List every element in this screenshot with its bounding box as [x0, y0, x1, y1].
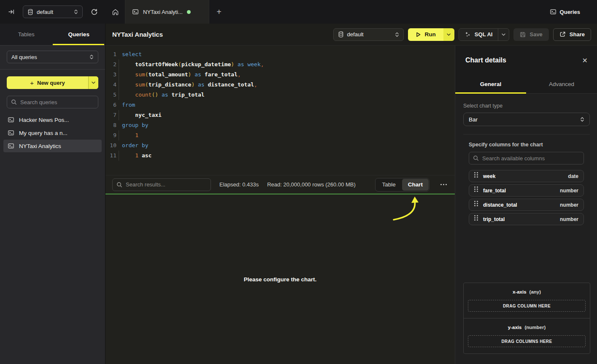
chart-details-header: Chart details ✕	[455, 46, 597, 75]
database-icon	[338, 31, 344, 38]
sidebar-tab[interactable]: Queries	[53, 24, 105, 45]
chart-details-title: Chart details	[465, 57, 506, 64]
refresh-icon[interactable]	[89, 6, 100, 17]
code-line: 10 order by	[105, 140, 455, 151]
chart-details-tab-label: General	[480, 81, 501, 87]
column-type: date	[568, 173, 578, 179]
code-line: 9 1	[105, 130, 455, 140]
save-label: Save	[529, 31, 542, 38]
divider	[0, 69, 105, 70]
chevron-updown-icon	[74, 9, 78, 14]
tab-strip: NYTaxi Analyti... +	[105, 0, 550, 24]
line-number: 4	[105, 80, 116, 90]
run-database-selector[interactable]: default	[333, 28, 404, 41]
run-button[interactable]: Run	[408, 28, 443, 41]
line-number: 1	[105, 49, 116, 59]
columns-section-label: Specify columns for the chart	[469, 142, 584, 148]
axis-name: y-axis	[508, 325, 522, 330]
home-icon[interactable]	[105, 0, 125, 24]
chevron-updown-icon	[395, 32, 399, 37]
sidebar: Tables Queries All queries + New query	[0, 24, 105, 364]
code-text: select	[116, 49, 142, 59]
code-text: sum(trip_distance) as distance_total,	[116, 80, 257, 90]
more-options-icon[interactable]	[439, 184, 448, 185]
chart-type-select[interactable]: Bar	[463, 113, 590, 126]
share-icon	[559, 31, 566, 38]
query-list-item[interactable]: My query has a n...	[3, 127, 102, 139]
unsaved-changes-dot	[187, 10, 191, 14]
sidebar-collapse-icon[interactable]	[6, 6, 17, 17]
query-search[interactable]	[7, 96, 98, 108]
view-toggle-option[interactable]: Table	[376, 179, 402, 191]
code-line: 3 sum(total_amount) as fare_total,	[105, 70, 455, 80]
query-list-item[interactable]: Hacker News Pos...	[3, 113, 102, 126]
query-filter-dropdown[interactable]: All queries	[7, 51, 98, 63]
column-item[interactable]: distance_total number	[469, 199, 584, 211]
plus-icon: +	[30, 79, 34, 86]
columns-search-input[interactable]	[482, 155, 580, 162]
chart-details-tab[interactable]: General	[455, 75, 526, 93]
code-line: 5 count() as trip_total	[105, 90, 455, 100]
query-header: NYTaxi Analytics default Run	[105, 24, 597, 46]
chart-area: Please configure the chart.	[105, 194, 455, 364]
query-search-input[interactable]	[20, 99, 94, 105]
run-dropdown[interactable]	[443, 28, 454, 41]
results-search[interactable]	[112, 178, 211, 191]
close-icon[interactable]: ✕	[582, 57, 588, 65]
query-list-item[interactable]: NYTaxi Analytics	[3, 140, 102, 152]
results-search-input[interactable]	[126, 181, 207, 188]
divider	[463, 134, 590, 135]
database-selector-value: default	[37, 9, 53, 15]
main-area: NYTaxi Analytics default Run	[105, 24, 455, 364]
line-number: 5	[105, 90, 116, 100]
line-number: 2	[105, 59, 116, 70]
query-terminal-icon	[132, 8, 139, 15]
share-button[interactable]: Share	[553, 28, 591, 41]
sql-ai-button[interactable]: SQL AI	[459, 29, 498, 40]
run-button-group: Run	[408, 28, 454, 41]
code-text: from	[116, 100, 135, 110]
chart-details-tab[interactable]: Advanced	[526, 75, 597, 93]
column-item[interactable]: fare_total number	[469, 184, 584, 197]
axis-label: x-axis(any)	[468, 289, 586, 295]
line-number: 10	[105, 140, 116, 151]
sidebar-tab[interactable]: Tables	[0, 24, 53, 45]
hint-arrow-to-chart	[382, 195, 432, 227]
sql-ai-dropdown[interactable]	[498, 29, 509, 40]
new-query-button[interactable]: + New query	[7, 76, 98, 89]
tab-nytaxi-analytics[interactable]: NYTaxi Analyti...	[125, 0, 209, 24]
sidebar-body: All queries + New query	[0, 46, 105, 158]
query-list: Hacker News Pos... My query has a n...	[3, 113, 102, 152]
play-icon	[416, 32, 421, 38]
chart-details-panel: Chart details ✕ General Advanced Select …	[455, 46, 597, 364]
database-selector[interactable]: default	[23, 5, 83, 18]
axes-dropzones: x-axis(any) DRAG COLUMN HERE y-axis(numb…	[463, 283, 590, 354]
table-chart-toggle: Table Chart	[375, 178, 430, 191]
code-line: 4 sum(trip_distance) as distance_total,	[105, 80, 455, 90]
save-button[interactable]: Save	[513, 28, 548, 41]
column-item[interactable]: week date	[469, 170, 584, 182]
sql-editor[interactable]: 1 select 2 toStartOfWeek(pickup_datetime…	[105, 46, 455, 175]
new-tab-button[interactable]: +	[209, 0, 229, 24]
line-number: 3	[105, 70, 116, 80]
available-columns-list: week date fare_total number distance_tot	[469, 170, 584, 225]
code-text: 1 asc	[116, 151, 151, 161]
column-item[interactable]: trip_total number	[469, 213, 584, 225]
new-query-dropdown[interactable]	[88, 76, 98, 89]
axis-dropzone[interactable]: DRAG COLUMN HERE	[468, 300, 586, 312]
view-toggle-option[interactable]: Chart	[402, 179, 429, 191]
chart-placeholder-text: Please configure the chart.	[244, 276, 317, 283]
database-icon	[27, 9, 33, 15]
query-filter-value: All queries	[11, 54, 37, 60]
columns-search[interactable]	[469, 152, 584, 164]
axis-dropzone-section: x-axis(any) DRAG COLUMN HERE	[464, 283, 590, 318]
sidebar-tab-label: Queries	[68, 31, 89, 38]
queries-nav[interactable]: Queries	[550, 0, 597, 24]
query-terminal-icon	[8, 143, 14, 149]
axis-dropzone[interactable]: DRAG COLUMNS HERE	[468, 335, 586, 347]
chart-type-label: Select chart type	[463, 103, 590, 109]
code-line: 11 1 asc	[105, 151, 455, 161]
code-text: sum(total_amount) as fare_total,	[116, 70, 241, 80]
column-name: trip_total	[483, 216, 505, 222]
axis-label: y-axis(number)	[468, 324, 586, 330]
